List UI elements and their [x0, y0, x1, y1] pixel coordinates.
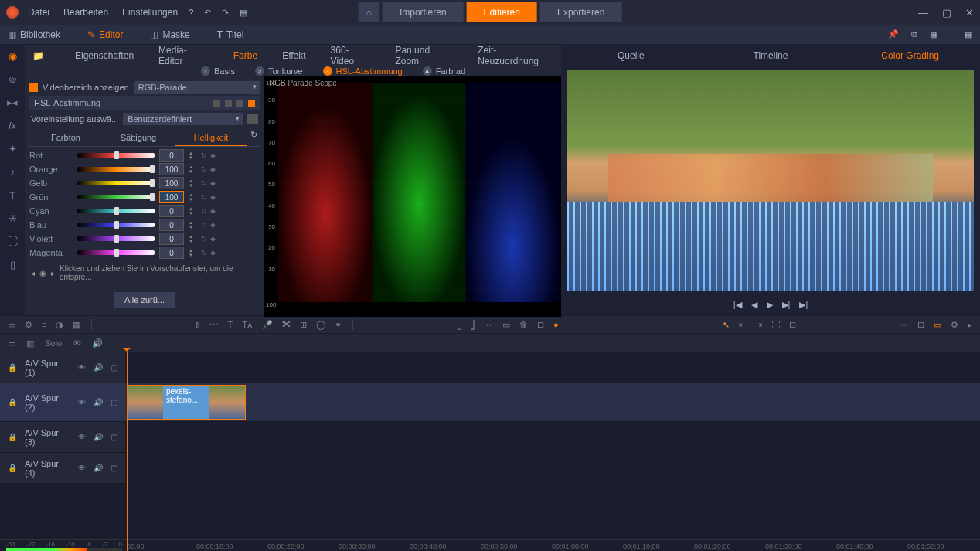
pin-icon[interactable]: 📌 [888, 29, 899, 39]
section-ic1[interactable] [213, 100, 220, 107]
section-ic3[interactable] [236, 100, 243, 107]
maximize-icon[interactable]: ▢ [942, 7, 951, 19]
side-overlay-icon[interactable]: ✦ [6, 142, 19, 155]
keyframe-icon[interactable]: ◆ [210, 193, 216, 201]
layout-icon[interactable]: ▦ [930, 29, 937, 39]
tl-ic-in[interactable]: ⇤ [739, 320, 746, 330]
tab-mask[interactable]: ◫ Maske [150, 29, 189, 40]
play-icon[interactable]: ▶ [767, 300, 773, 310]
row-cyan-input[interactable] [159, 205, 184, 217]
keyframe-icon[interactable]: ◆ [210, 179, 216, 187]
panel-layout-icon[interactable]: ▦ [965, 29, 972, 39]
track-3-body[interactable] [125, 422, 980, 452]
et-360[interactable]: 360-Video [331, 45, 371, 66]
preset-dropdown[interactable]: Benutzerdefiniert [123, 113, 243, 125]
redo-icon[interactable]: ↷ [222, 8, 229, 18]
reset-icon[interactable]: ↻ [201, 221, 207, 229]
tl-ic-out[interactable]: ⇥ [755, 320, 762, 330]
preview-tab-timeline[interactable]: Timeline [701, 45, 841, 66]
track-eye-icon[interactable]: 👁 [78, 398, 86, 406]
row-yellow-slider[interactable] [77, 181, 155, 185]
keyframe-icon[interactable]: ◆ [210, 151, 216, 159]
track-4-body[interactable] [125, 453, 980, 483]
tl-ic-del[interactable]: ⊟ [537, 320, 544, 330]
hsl-tab-reset-icon[interactable]: ↻ [247, 130, 260, 146]
tl-ic-graph[interactable]: ⫿ [196, 320, 200, 330]
hsl-tab-hue[interactable]: Farbton [29, 130, 102, 146]
row-orange-slider[interactable] [77, 167, 155, 172]
tl-ic-m4[interactable]: ▭ [502, 320, 510, 330]
side-fx-icon[interactable]: fx [6, 119, 19, 131]
th-ic-2[interactable]: ▥ [26, 338, 34, 349]
preview-tab-grading[interactable]: Color Grading [840, 45, 980, 66]
reset-all-button[interactable]: Alle zurü... [114, 292, 175, 308]
row-blue-slider[interactable] [77, 223, 155, 227]
track-eye-icon[interactable]: 👁 [78, 464, 86, 472]
spin-down-icon[interactable]: ▼ [189, 197, 196, 202]
tab-editor[interactable]: ✎ Editor [87, 29, 123, 40]
track-box-icon[interactable]: ▢ [111, 363, 117, 372]
tl-ic-mic[interactable]: 🎤 [262, 320, 273, 330]
row-red-slider[interactable] [77, 153, 155, 158]
export-button[interactable]: Exportieren [540, 2, 621, 22]
hsl-tab-sat[interactable]: Sättigung [102, 130, 175, 146]
et-retime[interactable]: Zeit-Neuzuordnung [478, 45, 553, 66]
folder-icon[interactable]: 📁 [32, 50, 44, 61]
close-icon[interactable]: ✕ [965, 7, 974, 19]
tl-ic-1[interactable]: ▭ [8, 320, 15, 330]
keyframe-icon[interactable]: ◆ [210, 249, 216, 257]
tl-ic-4[interactable]: ◑ [56, 320, 63, 330]
help-icon[interactable]: ? [189, 8, 193, 18]
menu-settings[interactable]: Einstellungen [122, 7, 178, 18]
home-button[interactable]: ⌂ [359, 2, 379, 22]
keyframe-icon[interactable]: ◆ [210, 165, 216, 173]
row-violet-slider[interactable] [77, 236, 155, 241]
tl-ic-rec[interactable]: ● [553, 320, 559, 330]
tl-ic-m2[interactable]: ⎦ [471, 320, 475, 330]
tl-ic-2[interactable]: ⚙ [25, 320, 32, 330]
video-clip[interactable]: pexels-stefano... [127, 385, 246, 420]
scope-dropdown[interactable]: RGB-Parade [134, 81, 260, 94]
row-blue-input[interactable] [159, 219, 184, 231]
side-transition-icon[interactable]: ▸◂ [6, 96, 19, 108]
spin-down-icon[interactable]: ▼ [189, 155, 196, 160]
track-lock-icon[interactable]: 🔒 [8, 464, 17, 472]
reset-icon[interactable]: ↻ [201, 249, 207, 257]
st-wheel[interactable]: 4Farbrad [423, 66, 466, 76]
reset-icon[interactable]: ↻ [201, 193, 207, 201]
tl-ic-circ[interactable]: ◯ [316, 320, 325, 330]
side-media-icon[interactable]: ◉ [6, 49, 19, 62]
track-2-body[interactable]: pexels-stefano... [125, 383, 980, 421]
tl-ic-z5[interactable]: ▸ [968, 320, 972, 330]
goto-start-icon[interactable]: |◀ [733, 300, 742, 310]
reset-icon[interactable]: ↻ [201, 179, 207, 187]
tl-ic-z4[interactable]: ⚙ [951, 320, 958, 330]
tl-ic-text[interactable]: T [227, 320, 233, 330]
spin-down-icon[interactable]: ▼ [189, 169, 196, 174]
st-curve[interactable]: 2Tonkurve [255, 66, 303, 76]
prev-frame-icon[interactable]: ◀ [751, 300, 757, 310]
track-box-icon[interactable]: ▢ [111, 433, 117, 441]
track-eye-icon[interactable]: 👁 [78, 433, 86, 441]
spin-down-icon[interactable]: ▼ [189, 183, 196, 188]
keyframe-icon[interactable]: ◆ [210, 221, 216, 229]
copy-icon[interactable]: ⧉ [911, 29, 917, 39]
track-speaker-icon[interactable]: 🔊 [94, 363, 103, 372]
side-audio-icon[interactable]: ⊚ [6, 73, 19, 85]
track-speaker-icon[interactable]: 🔊 [94, 433, 103, 441]
playhead[interactable] [127, 352, 128, 551]
hsl-tab-lum[interactable]: Helligkeit [175, 130, 247, 146]
tl-ic-z2[interactable]: ⊡ [917, 320, 924, 330]
st-basic[interactable]: 1Basis [201, 66, 235, 76]
section-ic4[interactable] [248, 100, 255, 107]
tl-ic-m1[interactable]: ⎣ [457, 320, 461, 330]
track-box-icon[interactable]: ▢ [111, 464, 117, 472]
st-hsl[interactable]: 3HSL-Abstimmung [323, 66, 403, 76]
side-adjust-icon[interactable]: ⚹ [6, 212, 19, 224]
tl-ic-blade[interactable]: ✀ [282, 320, 291, 330]
row-violet-input[interactable] [159, 233, 184, 245]
minimize-icon[interactable]: — [918, 7, 928, 19]
th-speaker-icon[interactable]: 🔊 [92, 338, 103, 349]
menu-edit[interactable]: Bearbeiten [63, 7, 108, 18]
et-effect[interactable]: Effekt [282, 50, 305, 61]
